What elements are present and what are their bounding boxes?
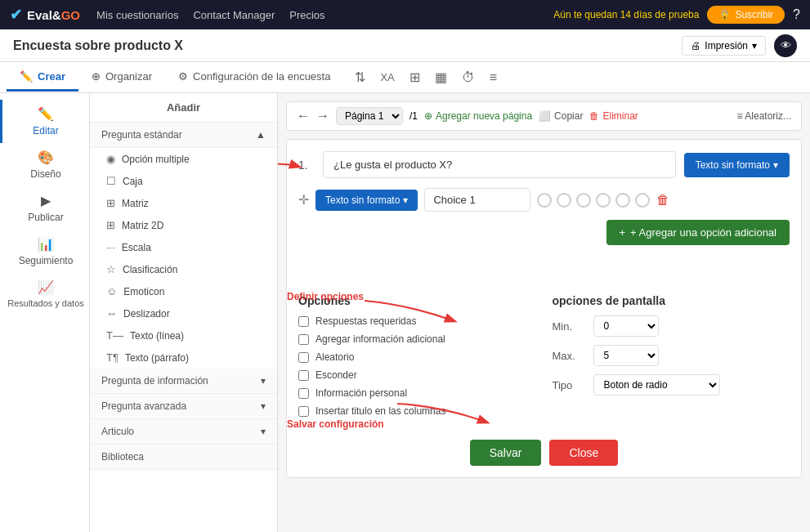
star-icon: ☆ <box>106 263 116 275</box>
add-panel: Añadir Pregunta estándar ▲ ◉ Opción mult… <box>90 93 278 532</box>
add-page-link[interactable]: ⊕ Agregar nueva página <box>424 110 532 122</box>
checkbox-personal[interactable] <box>298 388 309 399</box>
category-article[interactable]: Articulo ▾ <box>90 419 277 445</box>
item-texto-parrafo[interactable]: T¶ Texto (párrafo) <box>90 346 277 369</box>
screen-options-col: opciones de pantalla Min. 0 1 2 Max. <box>553 294 790 423</box>
help-icon[interactable]: ? <box>793 7 800 22</box>
item-matriz[interactable]: ⊞ Matriz <box>90 192 277 214</box>
plus-icon: ⊕ <box>424 110 432 122</box>
tab-crear[interactable]: ✏️ Crear <box>7 64 78 92</box>
tool-icon-5[interactable]: ⏱ <box>459 67 478 88</box>
question-input[interactable] <box>323 151 676 178</box>
tool-icon-3[interactable]: ⊞ <box>406 66 423 88</box>
arrow-salvar <box>393 400 491 432</box>
item-caja[interactable]: ☐ Caja <box>90 170 277 192</box>
copy-link[interactable]: ⬜ Copiar <box>539 110 583 122</box>
item-escala[interactable]: ··· Escala <box>90 236 277 258</box>
page-selector[interactable]: Página 1 <box>336 107 403 125</box>
main-layout: ✏️ Editar 🎨 Diseño ▶ Publicar 📊 Seguimie… <box>0 93 810 532</box>
print-button[interactable]: 🖨 Impresión ▾ <box>682 36 766 56</box>
logo[interactable]: ✔ Eval&GO <box>10 6 80 24</box>
top-nav: ✔ Eval&GO Mis cuestionarios Contact Mana… <box>0 0 810 29</box>
nav-link-precios[interactable]: Precios <box>289 9 324 21</box>
delete-link[interactable]: 🗑 Eliminar <box>589 110 638 122</box>
option-random: Aleatorio <box>298 351 536 363</box>
tab-configuracion[interactable]: ⚙ Configuración de la encuesta <box>165 64 343 92</box>
sidebar-item-publicar[interactable]: ▶ Publicar <box>0 186 89 230</box>
next-page-button[interactable]: → <box>316 109 329 123</box>
category-advanced[interactable]: Pregunta avanzada ▾ <box>90 394 277 419</box>
sidebar-item-editar[interactable]: ✏️ Editar <box>0 100 89 143</box>
design-icon: 🎨 <box>38 150 54 165</box>
radio-3[interactable] <box>576 193 591 208</box>
item-multiple-choice[interactable]: ◉ Opción multiple <box>90 148 277 170</box>
tool-icon-4[interactable]: ▦ <box>432 66 450 88</box>
checkbox-hide[interactable] <box>298 370 309 381</box>
move-handle-icon[interactable]: ✛ <box>298 192 309 208</box>
expand-art-icon: ▾ <box>261 426 266 437</box>
text-para-icon: T¶ <box>106 351 119 364</box>
radio-2[interactable] <box>557 193 571 208</box>
add-option-row: Definir opciones + + Agregar una opción … <box>298 220 790 253</box>
collapse-icon: ▲ <box>256 129 266 141</box>
nav-link-contact[interactable]: Contact Manager <box>193 9 275 21</box>
tabs-row: ✏️ Crear ⊕ Organizar ⚙ Configuración de … <box>0 62 810 93</box>
add-option-button[interactable]: + + Agregar una opción adicional <box>606 220 790 245</box>
format-button[interactable]: Texto sin formato ▾ <box>684 153 790 177</box>
tool-icon-2[interactable]: XA <box>377 68 397 87</box>
radio-4[interactable] <box>596 193 611 208</box>
min-select[interactable]: 0 1 2 <box>593 315 659 337</box>
checkbox-random[interactable] <box>298 352 309 363</box>
sidebar-item-diseno[interactable]: 🎨 Diseño <box>0 143 89 186</box>
category-standard[interactable]: Pregunta estándar ▲ <box>90 123 277 148</box>
choice-input[interactable] <box>424 188 530 212</box>
tipo-select[interactable]: Boton de radio Casilla de verificación M… <box>593 374 720 396</box>
choice-drop-icon: ▾ <box>403 194 408 206</box>
checkbox-columns[interactable] <box>298 406 309 417</box>
tracking-icon: 📊 <box>38 236 54 252</box>
total-pages: /1 <box>409 110 418 122</box>
tab-config-icon: ⚙ <box>178 70 188 83</box>
lock-icon: 🔒 <box>718 9 731 20</box>
nav-link-cuestionarios[interactable]: Mis cuestionarios <box>96 9 178 21</box>
results-icon: 📈 <box>38 279 54 295</box>
preview-button[interactable]: 👁 <box>774 34 797 57</box>
category-info[interactable]: Pregunta de información ▾ <box>90 369 277 394</box>
standard-items: ◉ Opción multiple ☐ Caja ⊞ Matriz ⊞ Matr… <box>90 148 277 369</box>
radio-5[interactable] <box>615 193 630 208</box>
arrow-definir <box>360 297 459 329</box>
delete-choice-button[interactable]: 🗑 <box>656 193 669 208</box>
subscribe-button[interactable]: 🔒 Suscribir <box>707 6 785 24</box>
item-matriz2d[interactable]: ⊞ Matriz 2D <box>90 214 277 236</box>
trash-icon: 🗑 <box>589 110 599 122</box>
item-deslizador[interactable]: ↔ Deslizador <box>90 302 277 324</box>
tool-icon-6[interactable]: ≡ <box>486 67 500 88</box>
category-library[interactable]: Biblioteca <box>90 445 277 470</box>
page-header: Encuesta sobre producto X 🖨 Impresión ▾ … <box>0 29 810 62</box>
max-select[interactable]: 3 4 5 6 <box>593 345 659 366</box>
screen-options-title: opciones de pantalla <box>553 294 790 307</box>
tab-organizar[interactable]: ⊕ Organizar <box>78 64 165 92</box>
sidebar-item-seguimiento[interactable]: 📊 Seguimiento <box>0 230 89 273</box>
prev-page-button[interactable]: ← <box>297 109 310 123</box>
item-texto-linea[interactable]: T— Texto (línea) <box>90 324 277 346</box>
trial-text: Aún te quedan 14 días de prueba <box>553 9 699 20</box>
item-emoticon[interactable]: ☺ Emoticon <box>90 280 277 302</box>
sidebar-item-resultados[interactable]: 📈 Resultados y datos <box>0 273 89 315</box>
radio-1[interactable] <box>537 193 552 208</box>
item-clasificacion[interactable]: ☆ Clasificación <box>90 258 277 280</box>
page-title: Encuesta sobre producto X <box>13 38 183 53</box>
checkbox-info[interactable] <box>298 334 309 345</box>
matrix2d-icon: ⊞ <box>106 219 115 231</box>
save-button[interactable]: Salvar <box>470 440 542 466</box>
radio-6[interactable] <box>635 193 650 208</box>
max-label: Max. <box>553 350 585 362</box>
checkbox-required[interactable] <box>298 316 309 327</box>
tool-icon-1[interactable]: ⇅ <box>351 66 369 88</box>
add-panel-title: Añadir <box>90 93 277 123</box>
choice-format-button[interactable]: Texto sin formato ▾ <box>315 190 418 211</box>
format-drop-icon: ▾ <box>773 159 778 171</box>
matrix-icon: ⊞ <box>106 197 115 209</box>
close-button[interactable]: Close <box>549 440 618 466</box>
random-button[interactable]: ≡ Aleatoriz... <box>737 110 791 122</box>
